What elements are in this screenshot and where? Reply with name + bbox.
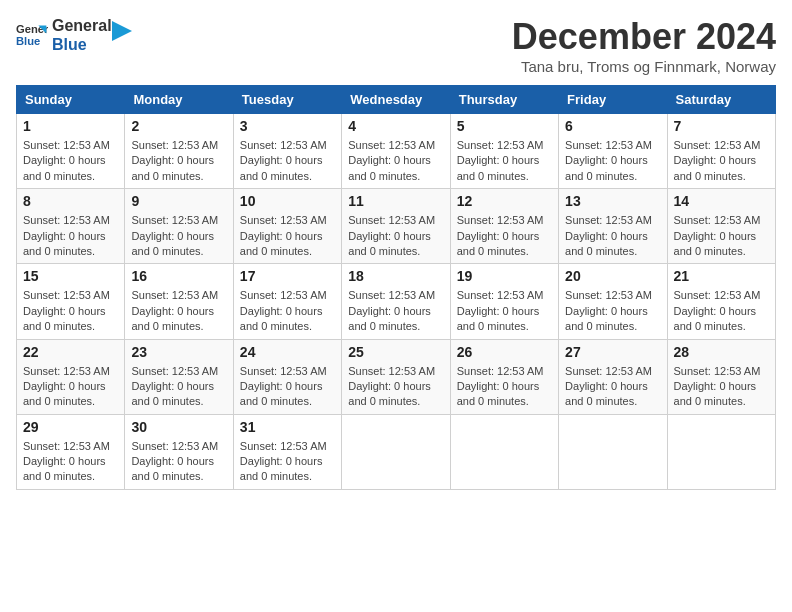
calendar-cell: 3Sunset: 12:53 AM Daylight: 0 hours and … bbox=[233, 114, 341, 189]
column-header-thursday: Thursday bbox=[450, 86, 558, 114]
logo-chevron-icon bbox=[112, 21, 132, 41]
day-info: Sunset: 12:53 AM Daylight: 0 hours and 0… bbox=[674, 364, 769, 410]
day-info: Sunset: 12:53 AM Daylight: 0 hours and 0… bbox=[565, 138, 660, 184]
day-number: 10 bbox=[240, 193, 335, 209]
day-info: Sunset: 12:53 AM Daylight: 0 hours and 0… bbox=[457, 138, 552, 184]
column-header-friday: Friday bbox=[559, 86, 667, 114]
calendar-cell: 20Sunset: 12:53 AM Daylight: 0 hours and… bbox=[559, 264, 667, 339]
calendar-cell: 31Sunset: 12:53 AM Daylight: 0 hours and… bbox=[233, 414, 341, 489]
day-info: Sunset: 12:53 AM Daylight: 0 hours and 0… bbox=[23, 213, 118, 259]
calendar-cell: 24Sunset: 12:53 AM Daylight: 0 hours and… bbox=[233, 339, 341, 414]
day-info: Sunset: 12:53 AM Daylight: 0 hours and 0… bbox=[131, 439, 226, 485]
calendar-cell bbox=[342, 414, 450, 489]
column-header-tuesday: Tuesday bbox=[233, 86, 341, 114]
calendar-cell: 10Sunset: 12:53 AM Daylight: 0 hours and… bbox=[233, 189, 341, 264]
day-number: 13 bbox=[565, 193, 660, 209]
svg-marker-3 bbox=[112, 21, 132, 41]
calendar-cell: 26Sunset: 12:53 AM Daylight: 0 hours and… bbox=[450, 339, 558, 414]
day-info: Sunset: 12:53 AM Daylight: 0 hours and 0… bbox=[348, 213, 443, 259]
day-number: 2 bbox=[131, 118, 226, 134]
day-info: Sunset: 12:53 AM Daylight: 0 hours and 0… bbox=[240, 364, 335, 410]
day-number: 18 bbox=[348, 268, 443, 284]
day-number: 7 bbox=[674, 118, 769, 134]
day-number: 28 bbox=[674, 344, 769, 360]
day-number: 6 bbox=[565, 118, 660, 134]
day-number: 31 bbox=[240, 419, 335, 435]
day-info: Sunset: 12:53 AM Daylight: 0 hours and 0… bbox=[457, 213, 552, 259]
calendar-cell: 9Sunset: 12:53 AM Daylight: 0 hours and … bbox=[125, 189, 233, 264]
header: General Blue General Blue December 2024 … bbox=[16, 16, 776, 75]
calendar-cell: 13Sunset: 12:53 AM Daylight: 0 hours and… bbox=[559, 189, 667, 264]
day-number: 22 bbox=[23, 344, 118, 360]
calendar-cell: 2Sunset: 12:53 AM Daylight: 0 hours and … bbox=[125, 114, 233, 189]
day-info: Sunset: 12:53 AM Daylight: 0 hours and 0… bbox=[23, 364, 118, 410]
day-info: Sunset: 12:53 AM Daylight: 0 hours and 0… bbox=[457, 364, 552, 410]
title-area: December 2024 Tana bru, Troms og Finnmar… bbox=[512, 16, 776, 75]
calendar-cell: 16Sunset: 12:53 AM Daylight: 0 hours and… bbox=[125, 264, 233, 339]
day-info: Sunset: 12:53 AM Daylight: 0 hours and 0… bbox=[674, 288, 769, 334]
calendar-cell: 6Sunset: 12:53 AM Daylight: 0 hours and … bbox=[559, 114, 667, 189]
day-number: 11 bbox=[348, 193, 443, 209]
calendar-cell: 19Sunset: 12:53 AM Daylight: 0 hours and… bbox=[450, 264, 558, 339]
column-header-wednesday: Wednesday bbox=[342, 86, 450, 114]
day-info: Sunset: 12:53 AM Daylight: 0 hours and 0… bbox=[240, 288, 335, 334]
logo: General Blue General Blue bbox=[16, 16, 132, 54]
calendar-cell: 7Sunset: 12:53 AM Daylight: 0 hours and … bbox=[667, 114, 775, 189]
calendar-cell: 12Sunset: 12:53 AM Daylight: 0 hours and… bbox=[450, 189, 558, 264]
day-number: 5 bbox=[457, 118, 552, 134]
day-number: 23 bbox=[131, 344, 226, 360]
day-number: 25 bbox=[348, 344, 443, 360]
day-number: 19 bbox=[457, 268, 552, 284]
calendar-cell: 23Sunset: 12:53 AM Daylight: 0 hours and… bbox=[125, 339, 233, 414]
day-number: 30 bbox=[131, 419, 226, 435]
day-number: 29 bbox=[23, 419, 118, 435]
calendar-cell: 29Sunset: 12:53 AM Daylight: 0 hours and… bbox=[17, 414, 125, 489]
calendar-cell: 5Sunset: 12:53 AM Daylight: 0 hours and … bbox=[450, 114, 558, 189]
calendar-cell: 27Sunset: 12:53 AM Daylight: 0 hours and… bbox=[559, 339, 667, 414]
day-number: 20 bbox=[565, 268, 660, 284]
column-header-monday: Monday bbox=[125, 86, 233, 114]
column-header-saturday: Saturday bbox=[667, 86, 775, 114]
day-number: 1 bbox=[23, 118, 118, 134]
main-title: December 2024 bbox=[512, 16, 776, 58]
logo-text-general: General bbox=[52, 16, 112, 35]
day-number: 24 bbox=[240, 344, 335, 360]
day-info: Sunset: 12:53 AM Daylight: 0 hours and 0… bbox=[240, 439, 335, 485]
day-info: Sunset: 12:53 AM Daylight: 0 hours and 0… bbox=[348, 288, 443, 334]
day-number: 4 bbox=[348, 118, 443, 134]
day-info: Sunset: 12:53 AM Daylight: 0 hours and 0… bbox=[131, 138, 226, 184]
day-number: 14 bbox=[674, 193, 769, 209]
day-number: 17 bbox=[240, 268, 335, 284]
calendar-cell: 28Sunset: 12:53 AM Daylight: 0 hours and… bbox=[667, 339, 775, 414]
subtitle: Tana bru, Troms og Finnmark, Norway bbox=[512, 58, 776, 75]
day-info: Sunset: 12:53 AM Daylight: 0 hours and 0… bbox=[565, 288, 660, 334]
column-header-sunday: Sunday bbox=[17, 86, 125, 114]
day-number: 8 bbox=[23, 193, 118, 209]
calendar-cell: 25Sunset: 12:53 AM Daylight: 0 hours and… bbox=[342, 339, 450, 414]
day-info: Sunset: 12:53 AM Daylight: 0 hours and 0… bbox=[240, 138, 335, 184]
day-info: Sunset: 12:53 AM Daylight: 0 hours and 0… bbox=[23, 439, 118, 485]
calendar-cell: 15Sunset: 12:53 AM Daylight: 0 hours and… bbox=[17, 264, 125, 339]
day-number: 9 bbox=[131, 193, 226, 209]
calendar-cell: 22Sunset: 12:53 AM Daylight: 0 hours and… bbox=[17, 339, 125, 414]
day-number: 12 bbox=[457, 193, 552, 209]
day-info: Sunset: 12:53 AM Daylight: 0 hours and 0… bbox=[131, 364, 226, 410]
calendar-cell: 8Sunset: 12:53 AM Daylight: 0 hours and … bbox=[17, 189, 125, 264]
day-number: 26 bbox=[457, 344, 552, 360]
day-info: Sunset: 12:53 AM Daylight: 0 hours and 0… bbox=[23, 138, 118, 184]
day-info: Sunset: 12:53 AM Daylight: 0 hours and 0… bbox=[131, 213, 226, 259]
calendar-cell: 17Sunset: 12:53 AM Daylight: 0 hours and… bbox=[233, 264, 341, 339]
day-info: Sunset: 12:53 AM Daylight: 0 hours and 0… bbox=[240, 213, 335, 259]
day-info: Sunset: 12:53 AM Daylight: 0 hours and 0… bbox=[348, 138, 443, 184]
calendar-cell bbox=[667, 414, 775, 489]
day-info: Sunset: 12:53 AM Daylight: 0 hours and 0… bbox=[348, 364, 443, 410]
day-info: Sunset: 12:53 AM Daylight: 0 hours and 0… bbox=[565, 364, 660, 410]
calendar-cell: 18Sunset: 12:53 AM Daylight: 0 hours and… bbox=[342, 264, 450, 339]
calendar-cell bbox=[450, 414, 558, 489]
day-info: Sunset: 12:53 AM Daylight: 0 hours and 0… bbox=[23, 288, 118, 334]
calendar-cell: 1Sunset: 12:53 AM Daylight: 0 hours and … bbox=[17, 114, 125, 189]
calendar-cell: 4Sunset: 12:53 AM Daylight: 0 hours and … bbox=[342, 114, 450, 189]
day-number: 15 bbox=[23, 268, 118, 284]
day-info: Sunset: 12:53 AM Daylight: 0 hours and 0… bbox=[565, 213, 660, 259]
calendar-cell: 11Sunset: 12:53 AM Daylight: 0 hours and… bbox=[342, 189, 450, 264]
